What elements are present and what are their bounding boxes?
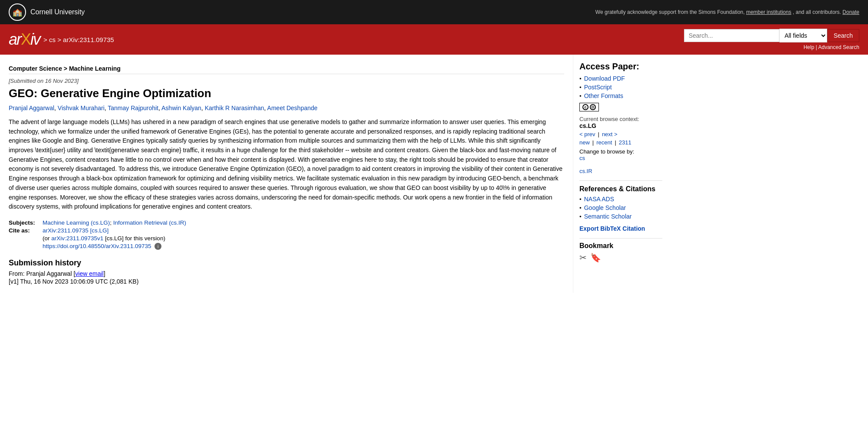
subjects-label: Subjects: <box>9 219 39 226</box>
notice-text: We gratefully acknowledge support from t… <box>595 9 745 15</box>
search-area: All fields Title Author Abstract Search … <box>684 29 859 50</box>
v1-history: [v1] Thu, 16 Nov 2023 10:06:09 UTC (2,08… <box>9 278 564 285</box>
browse-context-title: Current browse context: <box>579 116 662 122</box>
browse-context-id: cs.LG <box>579 122 662 129</box>
member-institutions-link[interactable]: member institutions <box>746 9 791 15</box>
view-email-link[interactable]: view email <box>75 270 103 277</box>
access-paper-heading: Access Paper: <box>579 62 662 72</box>
doi-row: https://doi.org/10.48550/arXiv.2311.0973… <box>9 243 564 250</box>
advanced-search-link[interactable]: Advanced Search <box>818 44 859 50</box>
cc-icon: c <box>582 104 589 110</box>
cc-badge: c ⊙ <box>579 103 662 111</box>
postscript-link[interactable]: PostScript <box>584 84 612 91</box>
export-bibtex-link[interactable]: Export BibTeX Citation <box>579 225 645 232</box>
search-field-select[interactable]: All fields Title Author Abstract <box>779 29 827 42</box>
arxiv-logo-area: arXiv > cs > arXiv:2311.09735 <box>9 30 114 49</box>
cite-as-label: Cite as: <box>9 227 39 234</box>
bookmark-section: Bookmark ✂ 🔖 <box>579 238 662 263</box>
breadcrumb-cs-link[interactable]: > cs <box>43 36 56 43</box>
submission-history-heading: Submission history <box>9 258 564 268</box>
author-karthik-narasimhan[interactable]: Karthik R Narasimhan <box>205 105 264 111</box>
new-link[interactable]: new <box>579 139 590 146</box>
author-tanmay-rajpurohit[interactable]: Tanmay Rajpurohit <box>108 105 158 111</box>
arxiv-logo-iv: iv <box>30 30 40 48</box>
cornell-logo: 🏫 Cornell University <box>9 3 85 21</box>
nasa-ads-link[interactable]: NASA ADS <box>584 196 614 203</box>
prev-link[interactable]: < prev <box>579 131 595 137</box>
download-pdf-link[interactable]: Download PDF <box>584 75 625 82</box>
google-scholar-item: • Google Scholar <box>579 204 662 211</box>
author-ameet-deshpande[interactable]: Ameet Deshpande <box>267 105 318 111</box>
subject-line: Computer Science > Machine Learning <box>9 62 564 74</box>
cornell-university-name: Cornell University <box>30 8 85 16</box>
breadcrumb-paper-id: > arXiv:2311.09735 <box>57 36 114 43</box>
search-links: Help | Advanced Search <box>803 44 859 50</box>
browse-cs-link[interactable]: cs <box>579 155 662 161</box>
subject-cs-ir-link[interactable]: Information Retrieval (cs.IR) <box>113 219 186 226</box>
other-formats-link[interactable]: Other Formats <box>584 92 623 99</box>
paper-title: GEO: Generative Engine Optimization <box>9 87 564 100</box>
arxiv-logo: arXiv <box>9 30 40 49</box>
bookmark-icon-scissors[interactable]: ✂ <box>579 252 587 263</box>
subjects-row: Subjects: Machine Learning (cs.LG); Info… <box>9 219 564 226</box>
subjects-value: Machine Learning (cs.LG); Information Re… <box>43 219 186 226</box>
donate-link[interactable]: Donate <box>842 9 859 15</box>
header-notice: We gratefully acknowledge support from t… <box>595 9 859 15</box>
refs-citations: References & Citations • NASA ADS • Goog… <box>579 180 662 220</box>
submission-from-line: From: Pranjal Aggarwal [view email] <box>9 270 564 277</box>
browse-cs-ir-link[interactable]: cs.IR <box>579 168 662 174</box>
export-bibtex: Export BibTeX Citation <box>579 225 662 232</box>
search-button[interactable]: Search <box>827 29 859 42</box>
top-header: 🏫 Cornell University We gratefully ackno… <box>0 0 868 24</box>
page-body: Computer Science > Machine Learning [Sub… <box>0 55 868 293</box>
submitted-line: [Submitted on 16 Nov 2023] <box>9 78 564 84</box>
bookmark-icon-bookmark[interactable]: 🔖 <box>590 252 601 263</box>
notice-end: , and all contributors. <box>793 9 841 15</box>
postscript-item: • PostScript <box>579 84 662 91</box>
cite-as-version-row: (or arXiv:2311.09735v1 [cs.LG] for this … <box>9 235 564 242</box>
cite-as-row: Cite as: arXiv:2311.09735 [cs.LG] <box>9 227 564 234</box>
sidebar: Access Paper: • Download PDF • PostScrip… <box>573 55 668 293</box>
breadcrumb: > cs > arXiv:2311.09735 <box>43 36 114 43</box>
download-pdf-item: • Download PDF <box>579 75 662 82</box>
search-row: All fields Title Author Abstract Search <box>684 29 859 42</box>
doi-value: https://doi.org/10.48550/arXiv.2311.0973… <box>43 243 161 250</box>
author-pranjal-aggarwal[interactable]: Pranjal Aggarwal <box>9 105 54 111</box>
by-icon: ⊙ <box>590 104 596 110</box>
google-scholar-link[interactable]: Google Scholar <box>584 204 626 211</box>
bookmark-heading: Bookmark <box>579 242 662 250</box>
cornell-seal-icon: 🏫 <box>9 3 26 21</box>
other-formats-item: • Other Formats <box>579 92 662 99</box>
doi-info-icon[interactable]: i <box>155 243 161 250</box>
search-input[interactable] <box>684 29 779 42</box>
cc-box: c ⊙ <box>579 103 599 111</box>
cite-as-value: arXiv:2311.09735 [cs.LG] <box>43 227 108 234</box>
year-link[interactable]: 2311 <box>619 139 631 146</box>
abstract-text: The advent of large language models (LLM… <box>9 118 564 212</box>
cite-as-version: (or arXiv:2311.09735v1 [cs.LG] for this … <box>43 235 165 242</box>
arxiv-nav: arXiv > cs > arXiv:2311.09735 All fields… <box>0 24 868 55</box>
author-ashwin-kalyan[interactable]: Ashwin Kalyan <box>161 105 201 111</box>
change-browse-label: Change to browse by: <box>579 148 634 155</box>
semantic-scholar-item: • Semantic Scholar <box>579 213 662 220</box>
metadata-section: Subjects: Machine Learning (cs.LG); Info… <box>9 219 564 250</box>
next-link[interactable]: next > <box>602 131 618 137</box>
browse-new-recent-row: new | recent | 2311 <box>579 139 662 146</box>
arxiv-v1-link[interactable]: arXiv:2311.09735v1 <box>51 235 103 242</box>
arxiv-id-link[interactable]: arXiv:2311.09735 [cs.LG] <box>43 227 108 234</box>
bookmark-icons: ✂ 🔖 <box>579 252 662 263</box>
arxiv-logo-ar: ar <box>9 30 21 48</box>
doi-link[interactable]: https://doi.org/10.48550/arXiv.2311.0973… <box>43 243 151 249</box>
nasa-ads-item: • NASA ADS <box>579 196 662 203</box>
recent-link[interactable]: recent <box>596 139 612 146</box>
browse-nav-row: < prev | next > <box>579 131 662 137</box>
authors-line: Pranjal Aggarwal, Vishvak Murahari, Tanm… <box>9 105 564 111</box>
change-browse: Change to browse by: cs cs.IR <box>579 148 662 174</box>
semantic-scholar-link[interactable]: Semantic Scholar <box>584 213 632 220</box>
help-link[interactable]: Help <box>803 44 814 50</box>
browse-context: Current browse context: cs.LG < prev | n… <box>579 116 662 174</box>
main-content: Computer Science > Machine Learning [Sub… <box>0 55 573 293</box>
author-vishvak-murahari[interactable]: Vishvak Murahari <box>58 105 105 111</box>
submission-history-section: Submission history From: Pranjal Aggarwa… <box>9 258 564 285</box>
subject-cs-lg-link[interactable]: Machine Learning (cs.LG) <box>43 219 110 226</box>
